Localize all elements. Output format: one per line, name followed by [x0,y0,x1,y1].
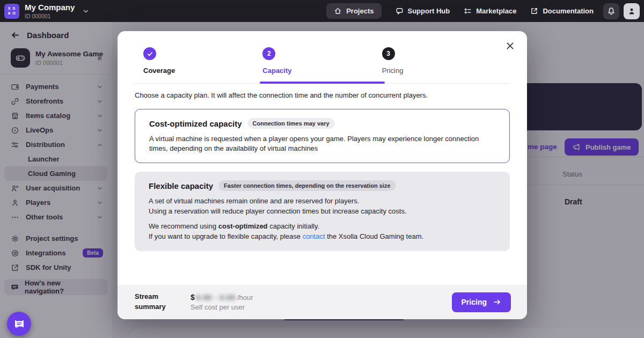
step-number: 2 [262,47,275,60]
step-label: Pricing [382,67,404,75]
pricing-button-label: Pricing [462,298,487,306]
contact-link[interactable]: contact [303,232,325,240]
plan-line: We recommend using cost-optimized capaci… [149,222,496,232]
plan-card-cost-optimized[interactable]: Cost-optimized capacity Connection times… [135,109,510,163]
plan-line: A set of virtual machines remain online … [149,196,496,207]
notifications-button[interactable] [603,3,619,19]
per-hour-label: /hour [237,293,253,302]
modal-footer: Stream summary $ 0.00 - 0.00 /hour Self … [118,285,527,319]
plan-badge: Connection times may vary [247,118,335,129]
stream-summary-label: Stream summary [135,292,173,312]
pricing-next-button[interactable]: Pricing [452,292,511,312]
support-hub-link[interactable]: Support Hub [396,7,450,15]
company-switcher[interactable]: My Company ID 000001 [25,3,75,19]
stepper: Coverage 2 Capacity 3 Pricing [118,31,527,75]
person-icon [627,7,636,16]
account-button[interactable] [624,3,640,19]
home-icon [334,7,342,15]
step-label: Coverage [143,67,175,75]
plan-recommendation: We recommend using cost-optimized capaci… [149,222,496,242]
step-label: Capacity [262,67,291,75]
chat-icon [396,7,404,15]
bell-icon [607,7,616,16]
plan-line: If you want to upgrade to flexible capac… [149,232,496,242]
topbar-nav: Projects Support Hub Marketplace Documen… [326,3,594,19]
documentation-link[interactable]: Documentation [530,7,594,15]
topbar: X SA O My Company ID 000001 Projects Sup… [0,0,644,22]
plan-card-flexible[interactable]: Flexible capacity Faster connection time… [135,172,510,251]
plan-title: Cost-optimized capacity [149,119,242,128]
company-name: My Company [25,3,75,11]
company-id: ID 000001 [25,13,75,19]
chevron-down-icon[interactable] [82,8,90,15]
plan-title: Flexible capacity [149,181,213,190]
projects-button[interactable]: Projects [326,3,381,19]
step-capacity[interactable]: 2 Capacity [262,47,382,75]
plan-description: A set of virtual machines remain online … [149,196,496,217]
price-block: $ 0.00 - 0.00 /hour Self cost per user [191,293,253,311]
price-blurred: 0.00 - 0.00 [196,293,236,302]
step-coverage[interactable]: Coverage [143,47,262,75]
plan-line: Using a reservation will reduce player c… [149,207,496,217]
chat-widget-button[interactable] [7,312,31,336]
projects-label: Projects [346,7,374,15]
marketplace-link[interactable]: Marketplace [464,7,516,15]
modal-body: Choose a capacity plan. It will affect t… [118,84,527,285]
currency-symbol: $ [191,293,195,302]
self-cost-label: Self cost per user [191,303,253,311]
chat-bubble-icon [13,318,25,330]
list-icon [464,7,472,15]
step-pricing[interactable]: 3 Pricing [382,47,501,75]
external-link-icon [530,7,538,15]
documentation-label: Documentation [543,7,594,15]
close-icon[interactable] [503,39,517,53]
plan-description: A virtual machine is requested when a pl… [149,134,495,153]
capacity-intro-text: Choose a capacity plan. It will affect t… [135,91,510,99]
xsolla-logo[interactable]: X SA O [4,4,19,19]
step-number: 3 [382,47,395,60]
capacity-setup-modal: Coverage 2 Capacity 3 Pricing Choose a c… [118,31,527,319]
plan-badge: Faster connection times, depending on th… [218,180,396,191]
marketplace-label: Marketplace [476,7,516,15]
check-icon [143,47,156,60]
support-hub-label: Support Hub [408,7,450,15]
arrow-right-icon [493,298,501,306]
